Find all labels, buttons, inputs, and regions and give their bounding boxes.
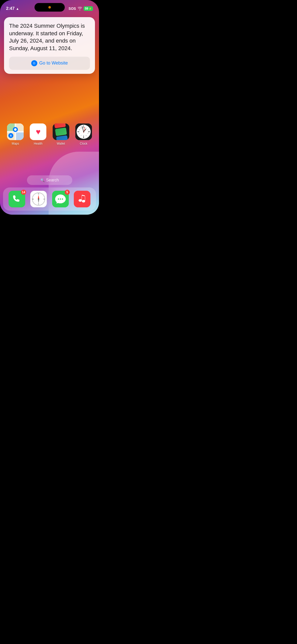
dock-safari[interactable]: N S E W — [30, 191, 47, 207]
status-right: SOS 59 ⚡ — [69, 6, 93, 11]
battery-indicator: 59 ⚡ — [84, 6, 93, 11]
svg-text:5: 5 — [86, 135, 86, 136]
wallet-card-blue — [56, 135, 68, 140]
svg-point-46 — [60, 199, 61, 200]
svg-text:4: 4 — [87, 133, 88, 134]
phone-badge: 14 — [21, 190, 26, 195]
svg-text:11: 11 — [80, 127, 82, 129]
svg-point-47 — [62, 199, 63, 200]
svg-text:12: 12 — [83, 127, 85, 128]
health-label: Health — [34, 142, 43, 145]
app-wallet[interactable]: Wallet — [53, 123, 69, 145]
safari-app-icon: N S E W — [30, 191, 47, 207]
battery-lightning-icon: ⚡ — [89, 7, 92, 10]
maps-label: Maps — [12, 142, 19, 145]
svg-point-43 — [38, 199, 39, 200]
dynamic-island-dot — [48, 6, 51, 9]
notification-card: The 2024 Summer Olympics is underway. It… — [4, 17, 95, 74]
clock-label: Clock — [80, 142, 87, 145]
time-display: 2:47 — [6, 6, 15, 11]
music-app-icon — [74, 191, 90, 207]
search-text: Search — [46, 178, 59, 182]
dock-phone[interactable]: 14 — [9, 191, 25, 207]
app-health[interactable]: ♥ Health — [30, 123, 46, 145]
dynamic-island — [35, 3, 65, 12]
messages-badge: 5 — [65, 190, 70, 195]
svg-rect-48 — [74, 191, 90, 207]
phone-screen: 2:47 ▲ SOS 59 ⚡ The 2024 Summer Olympics… — [0, 0, 99, 215]
svg-point-8 — [14, 128, 17, 131]
svg-text:8: 8 — [79, 133, 80, 134]
svg-point-45 — [58, 199, 59, 200]
status-time: 2:47 ▲ — [6, 6, 19, 11]
location-icon: ▲ — [16, 7, 19, 11]
go-to-website-button[interactable]: ⊙ Go to Website — [9, 57, 90, 70]
svg-rect-4 — [15, 132, 24, 140]
notification-text: The 2024 Summer Olympics is underway. It… — [9, 22, 90, 52]
app-clock[interactable]: 12 6 3 9 1 2 4 5 7 8 10 11 — [75, 123, 92, 145]
svg-text:S: S — [38, 203, 39, 205]
svg-point-32 — [83, 131, 84, 132]
svg-text:2: 2 — [87, 129, 88, 131]
clock-icon: 12 6 3 9 1 2 4 5 7 8 10 11 — [75, 123, 92, 140]
wallet-card-green — [55, 127, 67, 136]
app-row: A Maps ♥ Health Wallet — [4, 123, 95, 145]
go-to-website-label: Go to Website — [39, 60, 68, 66]
health-icon: ♥ — [30, 123, 46, 140]
svg-text:7: 7 — [81, 135, 81, 136]
wallet-icon — [53, 123, 69, 140]
wallet-label: Wallet — [57, 142, 65, 145]
app-maps[interactable]: A Maps — [7, 123, 24, 145]
maps-icon: A — [7, 123, 24, 140]
compass-icon: ⊙ — [31, 60, 37, 66]
svg-text:W: W — [32, 198, 34, 200]
dock: 14 N S E W — [3, 187, 96, 211]
dock-messages[interactable]: 5 — [52, 191, 69, 207]
svg-text:1: 1 — [86, 127, 86, 129]
dock-music[interactable] — [74, 191, 90, 207]
svg-text:E: E — [44, 198, 45, 200]
battery-percent: 59 — [85, 7, 88, 10]
search-bar[interactable]: 🔍 Search — [27, 175, 72, 185]
svg-text:N: N — [38, 193, 39, 195]
svg-text:10: 10 — [79, 129, 80, 131]
search-icon: 🔍 — [40, 178, 45, 182]
sos-indicator: SOS — [69, 7, 76, 11]
svg-text:A: A — [10, 134, 12, 137]
wifi-icon — [78, 7, 82, 10]
